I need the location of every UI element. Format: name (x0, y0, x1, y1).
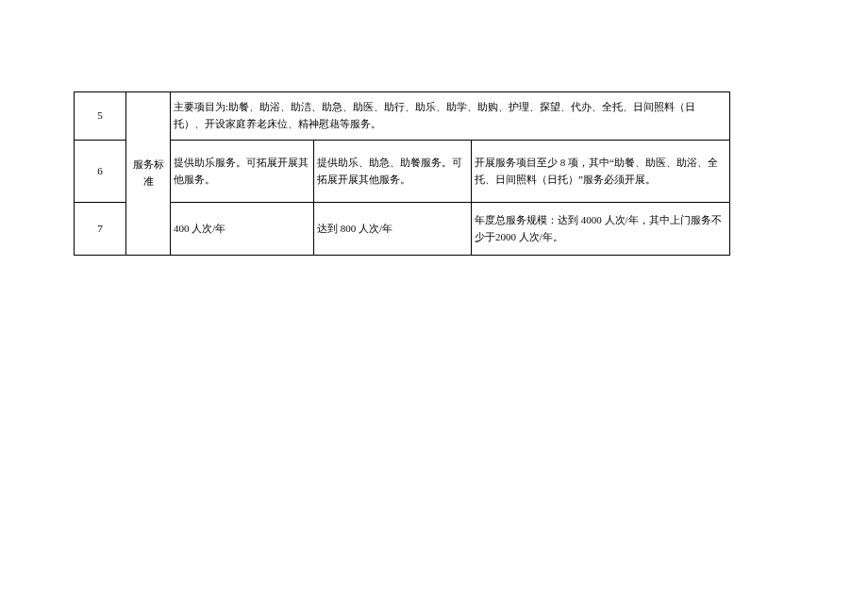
row6-col-b: 提供助乐、助急、助餐服务。可拓展开展其他服务。 (314, 141, 472, 203)
row-index-5: 5 (75, 92, 126, 141)
table-row: 5 服务标准 主要项目为:助餐、助浴、助洁、助急、助医、助行、助乐、助学、助购、… (75, 92, 730, 141)
row7-col-a: 400 人次/年 (171, 203, 314, 256)
row5-content: 主要项目为:助餐、助浴、助洁、助急、助医、助行、助乐、助学、助购、护理、探望、代… (171, 92, 730, 141)
row6-col-a: 提供助乐服务。可拓展开展其他服务。 (171, 141, 314, 203)
row7-col-b: 达到 800 人次/年 (314, 203, 472, 256)
standards-table: 5 服务标准 主要项目为:助餐、助浴、助洁、助急、助医、助行、助乐、助学、助购、… (74, 91, 730, 256)
table-row: 6 提供助乐服务。可拓展开展其他服务。 提供助乐、助急、助餐服务。可拓展开展其他… (75, 141, 730, 203)
category-cell: 服务标准 (126, 92, 171, 256)
row7-col-c: 年度总服务规模：达到 4000 人次/年，其中上门服务不少于2000 人次/年。 (472, 203, 730, 256)
row-index-6: 6 (75, 141, 126, 203)
table-row: 7 400 人次/年 达到 800 人次/年 年度总服务规模：达到 4000 人… (75, 203, 730, 256)
row6-col-c: 开展服务项目至少 8 项，其中“助餐、助医、助浴、全托、日间照料（日托）”服务必… (472, 141, 730, 203)
row-index-7: 7 (75, 203, 126, 256)
